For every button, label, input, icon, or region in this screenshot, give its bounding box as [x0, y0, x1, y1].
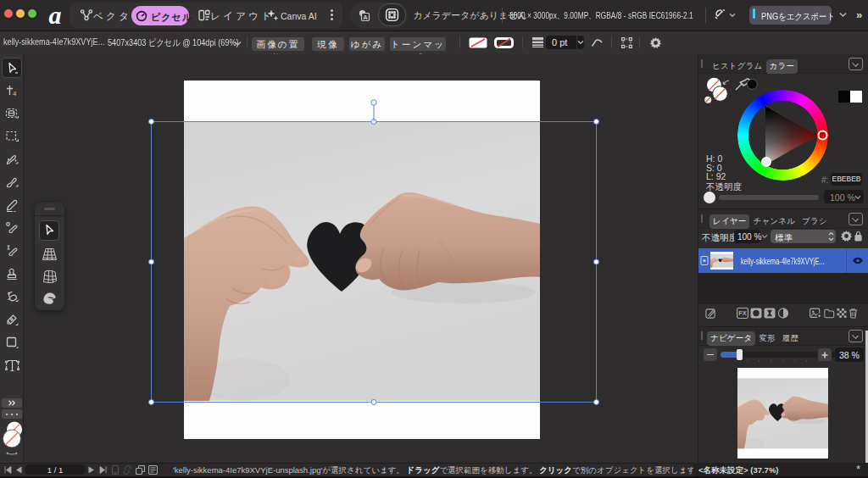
svg-text:4: 4: [13, 90, 17, 97]
svg-text:FX: FX: [738, 309, 747, 317]
svg-text:A: A: [363, 14, 368, 21]
